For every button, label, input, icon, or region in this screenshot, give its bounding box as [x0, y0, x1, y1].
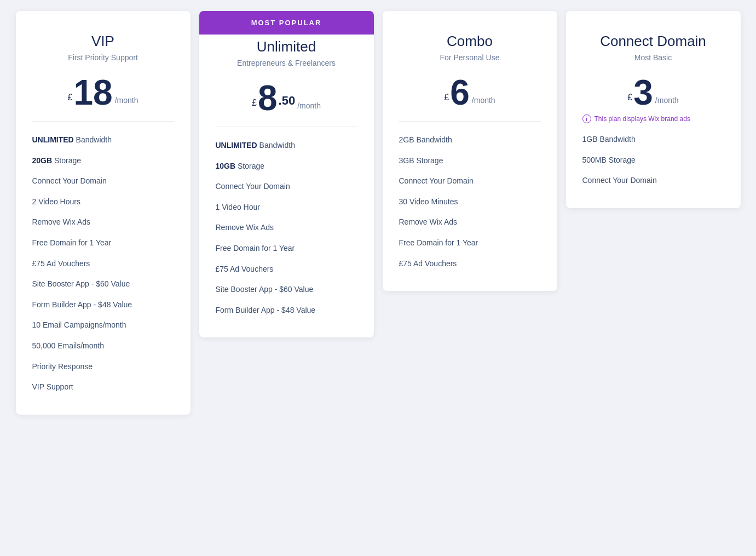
feature-item: Free Domain for 1 Year: [399, 238, 541, 249]
feature-bold: UNLIMITED: [216, 141, 257, 150]
feature-item: Site Booster App - $60 Value: [216, 284, 357, 295]
plan-name-combo: Combo: [399, 33, 541, 50]
feature-text: Free Domain for 1 Year: [399, 238, 478, 247]
plan-card-unlimited: MOST POPULARUnlimitedEntrepreneurs & Fre…: [199, 11, 374, 337]
feature-item: Free Domain for 1 Year: [216, 243, 357, 254]
feature-item: 50,000 Emails/month: [32, 341, 174, 352]
feature-text: VIP Support: [32, 382, 73, 391]
feature-text: Connect Your Domain: [216, 182, 290, 191]
price-period-connect-domain: /month: [655, 96, 679, 105]
plan-card-connect-domain: Connect DomainMost Basic £ 3 /month i Th…: [566, 11, 741, 208]
feature-item: Connect Your Domain: [399, 176, 541, 187]
feature-item: £75 Ad Vouchers: [32, 259, 174, 270]
feature-text: 2 Video Hours: [32, 197, 80, 206]
price-period-combo: /month: [472, 96, 495, 105]
plan-subtitle-combo: For Personal Use: [399, 53, 541, 62]
feature-text: £75 Ad Vouchers: [32, 259, 90, 268]
feature-text: Free Domain for 1 Year: [216, 244, 295, 253]
feature-text: Site Booster App - $60 Value: [216, 285, 314, 294]
feature-text: Remove Wix Ads: [399, 217, 458, 226]
price-main-vip: 18: [73, 75, 112, 110]
pricing-wrapper: VIPFirst Priority Support £ 18 /month UN…: [11, 0, 745, 415]
feature-item: 20GB Storage: [32, 156, 174, 167]
price-row-unlimited: £ 8 .50 /month: [216, 81, 357, 116]
feature-item: 2 Video Hours: [32, 197, 174, 208]
plan-card-vip: VIPFirst Priority Support £ 18 /month UN…: [16, 11, 191, 415]
plan-name-connect-domain: Connect Domain: [582, 33, 724, 50]
feature-item: UNLIMITED Bandwidth: [32, 135, 174, 146]
feature-item: 3GB Storage: [399, 156, 541, 167]
feature-text: Storage: [52, 156, 81, 165]
price-row-combo: £ 6 /month: [399, 75, 541, 110]
price-main-unlimited: 8: [258, 81, 278, 116]
feature-text: 1 Video Hour: [216, 203, 260, 211]
feature-text: £75 Ad Vouchers: [399, 259, 457, 268]
info-icon: i: [582, 114, 591, 123]
feature-item: Connect Your Domain: [216, 181, 357, 192]
currency-vip: £: [68, 93, 73, 102]
feature-text: Connect Your Domain: [399, 176, 474, 185]
feature-item: VIP Support: [32, 382, 174, 393]
feature-text: Storage: [235, 162, 264, 170]
feature-item: 30 Video Minutes: [399, 197, 541, 208]
price-main-combo: 6: [450, 75, 470, 110]
feature-text: 10 Email Campaigns/month: [32, 320, 126, 329]
price-decimal-unlimited: .50: [279, 94, 296, 108]
feature-item: 1 Video Hour: [216, 202, 357, 213]
feature-text: Bandwidth: [74, 135, 112, 144]
feature-text: Priority Response: [32, 362, 93, 371]
features-list-vip: UNLIMITED Bandwidth20GB StorageConnect Y…: [32, 135, 174, 393]
feature-text: £75 Ad Vouchers: [216, 265, 274, 273]
divider-combo: [399, 121, 541, 122]
price-period-unlimited: /month: [297, 101, 321, 110]
feature-item: Site Booster App - $60 Value: [32, 279, 174, 290]
plan-subtitle-vip: First Priority Support: [32, 53, 174, 62]
plan-name-vip: VIP: [32, 33, 174, 50]
feature-item: 500MB Storage: [582, 155, 724, 166]
feature-item: 10GB Storage: [216, 161, 357, 172]
wix-brand-notice: i This plan displays Wix brand ads: [582, 114, 724, 123]
feature-text: Bandwidth: [257, 141, 295, 150]
feature-text: 50,000 Emails/month: [32, 341, 105, 350]
feature-text: Free Domain for 1 Year: [32, 238, 112, 247]
plan-card-combo: ComboFor Personal Use £ 6 /month 2GB Ban…: [383, 11, 557, 291]
feature-text: 3GB Storage: [399, 156, 443, 165]
price-period-vip: /month: [115, 96, 138, 105]
features-list-connect-domain: 1GB Bandwidth500MB StorageConnect Your D…: [582, 134, 724, 186]
price-row-vip: £ 18 /month: [32, 75, 174, 110]
most-popular-badge: MOST POPULAR: [199, 11, 374, 35]
feature-text: Form Builder App - $48 Value: [32, 300, 132, 309]
feature-item: Form Builder App - $48 Value: [216, 305, 357, 316]
feature-text: 2GB Bandwidth: [399, 135, 452, 144]
feature-item: Connect Your Domain: [32, 176, 174, 187]
feature-item: Free Domain for 1 Year: [32, 238, 174, 249]
feature-item: 2GB Bandwidth: [399, 135, 541, 146]
feature-bold: 10GB: [216, 162, 236, 170]
feature-text: 1GB Bandwidth: [582, 135, 636, 144]
plan-subtitle-unlimited: Entrepreneurs & Freelancers: [216, 59, 357, 67]
features-list-combo: 2GB Bandwidth3GB StorageConnect Your Dom…: [399, 135, 541, 269]
feature-item: Remove Wix Ads: [399, 217, 541, 228]
wix-brand-text: This plan displays Wix brand ads: [595, 115, 690, 123]
feature-text: 500MB Storage: [582, 156, 636, 164]
feature-item: 1GB Bandwidth: [582, 134, 724, 145]
plan-name-unlimited: Unlimited: [216, 38, 357, 55]
feature-item: £75 Ad Vouchers: [216, 264, 357, 275]
feature-bold: UNLIMITED: [32, 135, 74, 144]
feature-bold: 20GB: [32, 156, 53, 165]
feature-item: UNLIMITED Bandwidth: [216, 140, 357, 151]
price-row-connect-domain: £ 3 /month: [582, 75, 724, 110]
plan-subtitle-connect-domain: Most Basic: [582, 53, 724, 62]
feature-item: Connect Your Domain: [582, 175, 724, 186]
features-list-unlimited: UNLIMITED Bandwidth10GB StorageConnect Y…: [216, 140, 357, 316]
feature-text: Connect Your Domain: [32, 176, 107, 185]
currency-combo: £: [444, 93, 449, 102]
feature-text: Remove Wix Ads: [216, 223, 274, 232]
feature-item: 10 Email Campaigns/month: [32, 320, 174, 331]
currency-connect-domain: £: [627, 93, 632, 102]
feature-text: Form Builder App - $48 Value: [216, 306, 316, 314]
feature-text: Site Booster App - $60 Value: [32, 279, 130, 288]
feature-text: Remove Wix Ads: [32, 217, 91, 226]
feature-item: Form Builder App - $48 Value: [32, 300, 174, 311]
feature-text: Connect Your Domain: [582, 176, 657, 185]
